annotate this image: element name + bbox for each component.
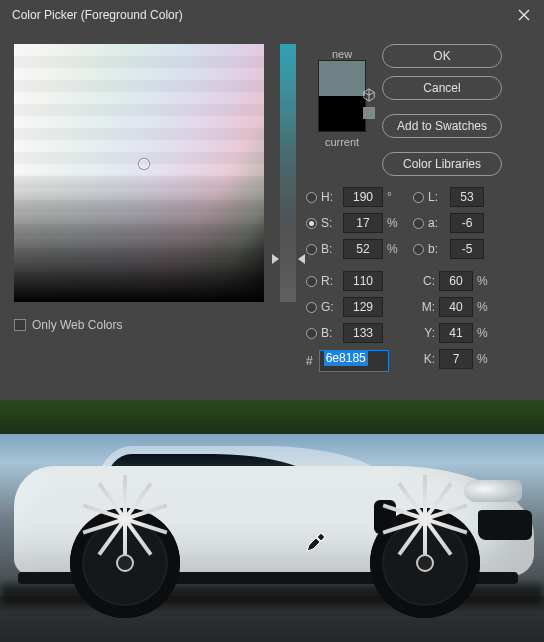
hex-input[interactable]: 6e8185 — [319, 350, 389, 372]
current-label: current — [310, 136, 374, 148]
color-picker-dialog: Color Picker (Foreground Color) Only Web… — [0, 0, 544, 400]
b-rgb-input[interactable]: 133 — [343, 323, 383, 343]
dialog-title: Color Picker (Foreground Color) — [12, 8, 512, 22]
ok-button[interactable]: OK — [382, 44, 502, 68]
m-unit: % — [477, 300, 491, 314]
s-radio[interactable] — [306, 218, 317, 229]
y-input[interactable]: 41 — [439, 323, 473, 343]
close-icon — [518, 9, 530, 21]
hue-arrow-left-icon — [272, 254, 279, 264]
l-radio[interactable] — [413, 192, 424, 203]
m-input[interactable]: 40 — [439, 297, 473, 317]
c-label: C: — [419, 274, 435, 288]
cancel-button[interactable]: Cancel — [382, 76, 502, 100]
s-input[interactable]: 17 — [343, 213, 383, 233]
hex-label: # — [306, 354, 313, 368]
b-rgb-label: B: — [321, 326, 339, 340]
color-field[interactable] — [14, 44, 264, 302]
b-rgb-radio[interactable] — [306, 328, 317, 339]
r-input[interactable]: 110 — [343, 271, 383, 291]
h-label: H: — [321, 190, 339, 204]
new-color-swatch[interactable] — [319, 61, 365, 96]
b-lab-radio[interactable] — [413, 244, 424, 255]
y-unit: % — [477, 326, 491, 340]
titlebar: Color Picker (Foreground Color) — [0, 0, 544, 30]
only-web-colors-label: Only Web Colors — [32, 318, 122, 332]
k-label: K: — [419, 352, 435, 366]
b-hsb-input[interactable]: 52 — [343, 239, 383, 259]
s-label: S: — [321, 216, 339, 230]
add-to-swatches-button[interactable]: Add to Swatches — [382, 114, 502, 138]
m-label: M: — [419, 300, 435, 314]
color-swatches — [318, 60, 366, 132]
k-unit: % — [477, 352, 491, 366]
hue-slider[interactable] — [280, 44, 296, 302]
color-libraries-button[interactable]: Color Libraries — [382, 152, 502, 176]
a-radio[interactable] — [413, 218, 424, 229]
g-radio[interactable] — [306, 302, 317, 313]
c-unit: % — [477, 274, 491, 288]
gamut-warning-icon[interactable] — [362, 88, 376, 102]
g-input[interactable]: 129 — [343, 297, 383, 317]
car-photo — [8, 444, 536, 614]
a-input[interactable]: -6 — [450, 213, 484, 233]
s-unit: % — [387, 216, 401, 230]
h-input[interactable]: 190 — [343, 187, 383, 207]
current-color-swatch[interactable] — [319, 96, 365, 131]
h-radio[interactable] — [306, 192, 317, 203]
b-hsb-label: B: — [321, 242, 339, 256]
eyedropper-cursor-icon — [304, 532, 326, 554]
b-hsb-radio[interactable] — [306, 244, 317, 255]
y-label: Y: — [419, 326, 435, 340]
r-radio[interactable] — [306, 276, 317, 287]
r-label: R: — [321, 274, 339, 288]
web-safe-swatch[interactable] — [363, 107, 375, 119]
l-input[interactable]: 53 — [450, 187, 484, 207]
c-input[interactable]: 60 — [439, 271, 473, 291]
l-label: L: — [428, 190, 446, 204]
canvas-image[interactable] — [0, 400, 544, 642]
new-label: new — [310, 48, 374, 60]
only-web-colors-checkbox[interactable] — [14, 319, 26, 331]
b-lab-label: b: — [428, 242, 446, 256]
h-unit: ° — [387, 190, 401, 204]
color-field-cursor — [139, 159, 149, 169]
k-input[interactable]: 7 — [439, 349, 473, 369]
g-label: G: — [321, 300, 339, 314]
hue-arrow-right-icon — [298, 254, 305, 264]
close-button[interactable] — [512, 3, 536, 27]
b-hsb-unit: % — [387, 242, 401, 256]
a-label: a: — [428, 216, 446, 230]
b-lab-input[interactable]: -5 — [450, 239, 484, 259]
